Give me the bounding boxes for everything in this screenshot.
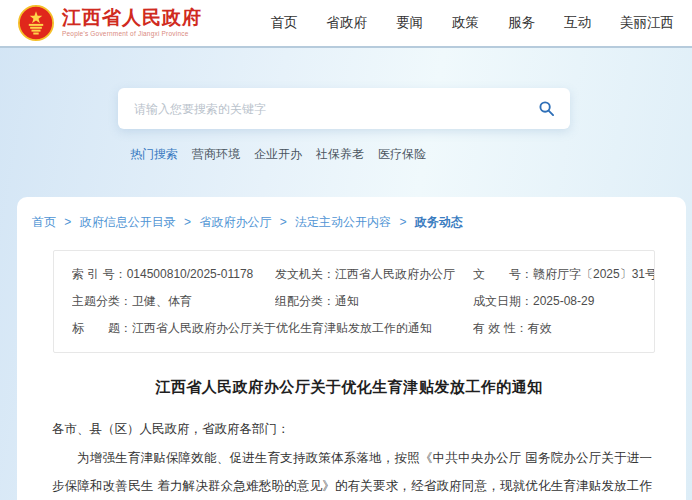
nav-item-provincial-gov[interactable]: 省政府 [327,14,368,32]
document-title: 江西省人民政府办公厅关于优化生育津贴发放工作的通知 [32,378,666,397]
meta-issuing-agency: 发文机关：江西省人民政府办公厅 [275,261,473,288]
breadcrumb-statutory-disclosure[interactable]: 法定主动公开内容 [295,215,391,229]
breadcrumb-separator: > [280,215,287,229]
site-title: 江西省人民政府 [62,8,202,28]
meta-group-category: 组配分类：通知 [275,288,473,315]
article-salutation: 各市、县（区）人民政府，省政府各部门： [52,415,652,443]
content-card: 首页 > 政府信息公开目录 > 省政府办公厅 > 法定主动公开内容 > 政务动态… [17,197,686,500]
search-button[interactable] [539,101,554,116]
nav-item-interaction[interactable]: 互动 [564,14,591,32]
breadcrumb-home[interactable]: 首页 [32,215,56,229]
document-body: 各市、县（区）人民政府，省政府各部门： 为增强生育津贴保障效能、促进生育支持政策… [52,415,652,500]
breadcrumb-separator: > [399,215,406,229]
meta-document-number: 文 号：赣府厅字〔2025〕31号 [473,261,654,288]
nav-item-news[interactable]: 要闻 [396,14,423,32]
search-icon [539,101,554,116]
search-bar [118,88,570,129]
hot-search-item-social-security[interactable]: 社保养老 [316,146,364,163]
meta-index-number: 索 引 号：014500810/2025-01178 [72,261,275,288]
breadcrumb-current-gov-affairs: 政务动态 [415,215,463,229]
search-input[interactable] [134,102,539,116]
nav-item-home[interactable]: 首页 [271,14,298,32]
breadcrumb-separator: > [64,215,71,229]
national-emblem-icon [18,5,54,41]
meta-issue-date: 成文日期：2025-08-29 [473,288,654,315]
breadcrumb: 首页 > 政府信息公开目录 > 省政府办公厅 > 法定主动公开内容 > 政务动态 [32,214,666,231]
hot-search-row: 热门搜索 营商环境 企业开办 社保养老 医疗保险 [130,146,426,163]
meta-subject-category: 主题分类：卫健、体育 [72,288,275,315]
meta-title: 标 题：江西省人民政府办公厅关于优化生育津贴发放工作的通知 [72,315,473,342]
breadcrumb-general-office[interactable]: 省政府办公厅 [199,215,271,229]
hot-search-item-company-setup[interactable]: 企业开办 [254,146,302,163]
breadcrumb-separator: > [184,215,191,229]
site-header: 江西省人民政府 People's Government of Jiangxi P… [0,0,692,48]
hot-search-item-business-env[interactable]: 营商环境 [192,146,240,163]
site-logo[interactable]: 江西省人民政府 People's Government of Jiangxi P… [18,5,202,41]
article-paragraph: 为增强生育津贴保障效能、促进生育支持政策体系落地，按照《中共中央办公厅 国务院办… [52,444,652,500]
nav-item-services[interactable]: 服务 [508,14,535,32]
site-title-english: People's Government of Jiangxi Province [62,31,202,38]
nav-item-policy[interactable]: 政策 [452,14,479,32]
meta-validity: 有 效 性：有效 [473,315,654,342]
hot-search-item-medical-insurance[interactable]: 医疗保险 [378,146,426,163]
nav-item-beautiful-jiangxi[interactable]: 美丽江西 [620,14,674,32]
breadcrumb-info-directory[interactable]: 政府信息公开目录 [80,215,176,229]
document-meta-table: 索 引 号：014500810/2025-01178 发文机关：江西省人民政府办… [53,250,655,353]
main-nav: 首页 省政府 要闻 政策 服务 互动 美丽江西 [271,14,681,32]
hot-search-label: 热门搜索 [130,146,178,163]
